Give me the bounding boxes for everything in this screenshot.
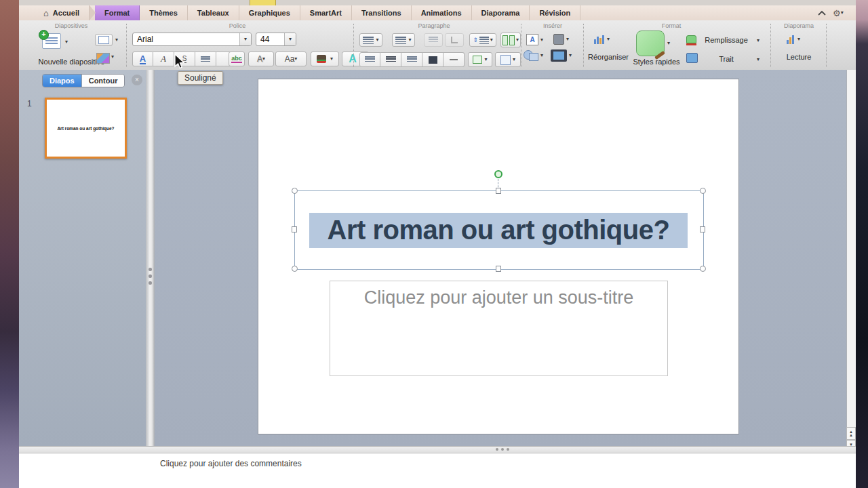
text-highlight-button[interactable]: ▾: [311, 52, 339, 66]
collapse-ribbon-button[interactable]: [818, 7, 826, 19]
slide-layout-button[interactable]: [95, 34, 113, 46]
resize-handle-s[interactable]: [496, 266, 501, 272]
align-center-button[interactable]: [380, 52, 401, 67]
vertical-scrollbar[interactable]: [846, 70, 856, 427]
tab-accueil[interactable]: ⌂ Accueil: [34, 5, 90, 20]
resize-handle-se[interactable]: [700, 266, 706, 272]
tab-animations[interactable]: Animations: [412, 5, 472, 20]
ribbon-settings-button[interactable]: ⚙▾: [833, 7, 844, 19]
close-icon: ×: [135, 77, 139, 83]
powerpoint-window: ⌂ Accueil Format Thèmes Tableaux Graphiq…: [0, 0, 868, 488]
italic-button[interactable]: A: [153, 52, 174, 66]
fill-dropdown[interactable]: ▾: [757, 38, 760, 43]
tab-diaporama[interactable]: Diaporama: [472, 5, 530, 20]
resize-handle-nw[interactable]: [292, 188, 298, 194]
arrange-button[interactable]: ▾: [594, 35, 610, 44]
notes-pane[interactable]: Cliquez pour ajouter des commentaires: [19, 453, 856, 488]
insert-media-button[interactable]: ▾: [551, 49, 572, 62]
previous-slide-button[interactable]: ▲▲: [846, 427, 856, 440]
panel-resize-handle[interactable]: [146, 70, 155, 446]
increase-indent-button[interactable]: [445, 33, 464, 47]
change-case-button[interactable]: Aa ▾: [275, 52, 307, 66]
group-separator: [770, 24, 771, 67]
play-slideshow-button[interactable]: ▾: [787, 35, 800, 44]
chevron-down-icon: ▾: [516, 37, 519, 43]
tab-label: Révision: [539, 9, 570, 17]
font-size-dropdown[interactable]: ▾: [284, 33, 296, 45]
font-color-icon: A: [349, 53, 357, 65]
resize-handle-ne[interactable]: [700, 188, 706, 194]
tab-themes[interactable]: Thèmes: [140, 5, 188, 20]
resize-handle-n[interactable]: [496, 188, 501, 194]
layout-dropdown[interactable]: ▾: [115, 37, 118, 43]
slide-thumbnail[interactable]: Art roman ou art gothique?: [45, 98, 127, 159]
play-icon: [787, 35, 794, 44]
insert-textbox-button[interactable]: A ▾: [526, 34, 543, 45]
theme-colors-button[interactable]: [96, 53, 110, 64]
chevron-down-icon: ▾: [262, 56, 265, 62]
decrease-indent-button[interactable]: [424, 33, 443, 47]
font-size-combo[interactable]: 44 ▾: [256, 33, 296, 46]
home-icon: ⌂: [43, 8, 49, 18]
resize-handle-sw[interactable]: [292, 266, 298, 272]
italic-icon: A: [161, 54, 166, 64]
rotation-handle[interactable]: [494, 170, 502, 178]
double-up-arrow-icon: ▲▲: [849, 430, 853, 437]
quick-styles-icon: [636, 30, 665, 56]
group-separator: [521, 24, 521, 67]
line-dropdown[interactable]: ▾: [757, 57, 760, 62]
distribute-button[interactable]: [443, 52, 465, 67]
group-separator: [826, 24, 827, 67]
strikethrough-button[interactable]: [195, 52, 216, 66]
font-family-dropdown[interactable]: ▾: [239, 33, 251, 45]
slide-title[interactable]: Art roman ou art gothique?: [294, 201, 703, 259]
quick-styles-label: Styles rapides: [623, 58, 690, 66]
tab-tableaux[interactable]: Tableaux: [188, 5, 239, 20]
tab-graphiques[interactable]: Graphiques: [239, 5, 300, 20]
resize-handle-e[interactable]: [700, 226, 705, 232]
chevron-down-icon: ▾: [540, 53, 543, 58]
columns-icon: [502, 35, 515, 45]
gear-icon: ⚙: [833, 8, 841, 18]
tab-contour[interactable]: Contour: [81, 75, 125, 87]
group-label-paragraphe: Paragraphe: [393, 22, 475, 29]
text-shadow-button[interactable]: A ▾: [248, 52, 274, 66]
plus-badge-icon: +: [39, 30, 49, 40]
align-text-button[interactable]: ▾: [495, 52, 521, 67]
bold-button[interactable]: A: [132, 52, 153, 66]
decrease-indent-icon: [429, 37, 438, 43]
tab-smartart[interactable]: SmartArt: [300, 5, 352, 20]
tab-label: Accueil: [53, 9, 79, 17]
resize-handle-w[interactable]: [292, 226, 297, 232]
numbering-button[interactable]: ▾: [392, 33, 415, 47]
textbox-icon: A: [526, 34, 538, 45]
font-family-combo[interactable]: Arial ▾: [132, 33, 252, 46]
group-label-inserer: Insérer: [522, 22, 583, 29]
align-left-button[interactable]: [359, 52, 380, 67]
columns-button[interactable]: ▾: [500, 33, 521, 47]
spelling-abc-button[interactable]: abc: [229, 52, 245, 66]
shapes-icon: [524, 50, 538, 61]
tab-format[interactable]: Format: [95, 5, 140, 20]
text-direction-button[interactable]: ▾: [468, 52, 492, 67]
close-panel-button[interactable]: ×: [132, 75, 142, 85]
tab-transitions[interactable]: Transitions: [352, 5, 412, 20]
ribbon-tabs: ⌂ Accueil Format Thèmes Tableaux Graphiq…: [34, 5, 580, 20]
insert-shape-button[interactable]: ▾: [524, 50, 543, 61]
align-right-icon: [407, 56, 417, 63]
new-slide-dropdown[interactable]: ▾: [65, 39, 68, 45]
tab-diapos[interactable]: Diapos: [43, 75, 81, 87]
align-right-button[interactable]: [401, 52, 422, 67]
tab-label: Animations: [421, 9, 462, 17]
slide-number: 1: [27, 99, 32, 108]
new-slide-button[interactable]: +: [42, 33, 61, 49]
quick-styles-button[interactable]: ▾: [636, 30, 670, 56]
insert-header-footer-button[interactable]: ▾: [553, 34, 569, 45]
tab-revision[interactable]: Révision: [530, 5, 580, 20]
chevron-down-icon: ▾: [490, 37, 493, 43]
bullets-button[interactable]: ▾: [359, 33, 382, 47]
line-spacing-button[interactable]: ⇕ ▾: [469, 33, 496, 47]
strikethrough-icon: [201, 56, 210, 62]
justify-button[interactable]: [422, 52, 443, 67]
theme-colors-dropdown[interactable]: ▾: [111, 54, 114, 60]
